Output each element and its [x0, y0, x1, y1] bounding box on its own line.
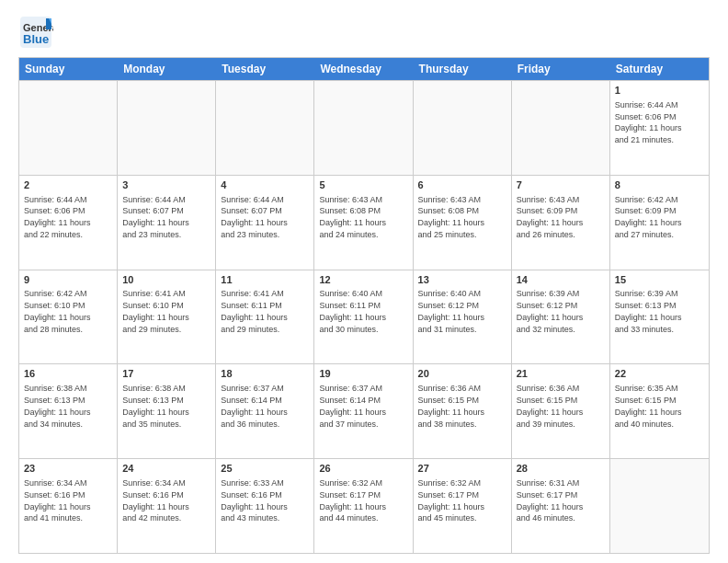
calendar-row: 2Sunrise: 6:44 AM Sunset: 6:06 PM Daylig… [19, 175, 709, 270]
day-number: 2 [24, 178, 112, 192]
calendar: SundayMondayTuesdayWednesdayThursdayFrid… [18, 57, 710, 554]
day-info: Sunrise: 6:32 AM Sunset: 6:17 PM Dayligh… [319, 478, 386, 523]
day-info: Sunrise: 6:44 AM Sunset: 6:07 PM Dayligh… [122, 195, 189, 239]
day-info: Sunrise: 6:41 AM Sunset: 6:10 PM Dayligh… [122, 289, 189, 333]
calendar-body: 1Sunrise: 6:44 AM Sunset: 6:06 PM Daylig… [19, 80, 709, 553]
day-info: Sunrise: 6:37 AM Sunset: 6:14 PM Dayligh… [221, 384, 288, 428]
calendar-cell: 20Sunrise: 6:36 AM Sunset: 6:15 PM Dayli… [414, 364, 512, 458]
calendar-cell: 21Sunrise: 6:36 AM Sunset: 6:15 PM Dayli… [512, 364, 610, 458]
day-number: 23 [24, 462, 112, 476]
day-number: 12 [319, 273, 407, 287]
day-info: Sunrise: 6:44 AM Sunset: 6:06 PM Dayligh… [615, 100, 682, 144]
calendar-cell [610, 459, 709, 553]
day-number: 17 [122, 367, 210, 381]
calendar-cell: 26Sunrise: 6:32 AM Sunset: 6:17 PM Dayli… [314, 459, 413, 553]
day-info: Sunrise: 6:37 AM Sunset: 6:14 PM Dayligh… [319, 384, 386, 428]
calendar-cell [512, 81, 610, 175]
day-info: Sunrise: 6:36 AM Sunset: 6:15 PM Dayligh… [418, 384, 485, 428]
day-info: Sunrise: 6:41 AM Sunset: 6:11 PM Dayligh… [221, 289, 288, 333]
day-info: Sunrise: 6:32 AM Sunset: 6:17 PM Dayligh… [418, 478, 485, 523]
calendar-cell [314, 81, 413, 175]
day-number: 4 [221, 178, 309, 192]
calendar-cell: 24Sunrise: 6:34 AM Sunset: 6:16 PM Dayli… [118, 459, 216, 553]
calendar-cell: 3Sunrise: 6:44 AM Sunset: 6:07 PM Daylig… [118, 176, 216, 270]
day-number: 10 [122, 273, 210, 287]
calendar-cell [414, 81, 512, 175]
logo: General Blue [18, 15, 53, 50]
calendar-cell: 5Sunrise: 6:43 AM Sunset: 6:08 PM Daylig… [314, 176, 413, 270]
day-info: Sunrise: 6:42 AM Sunset: 6:10 PM Dayligh… [24, 289, 91, 333]
calendar-cell: 18Sunrise: 6:37 AM Sunset: 6:14 PM Dayli… [216, 364, 314, 458]
page: General Blue SundayMondayTuesdayWednesda… [0, 0, 728, 563]
calendar-row: 23Sunrise: 6:34 AM Sunset: 6:16 PM Dayli… [19, 458, 709, 553]
day-number: 26 [319, 462, 407, 476]
day-number: 20 [418, 367, 506, 381]
weekday-header: Monday [118, 58, 216, 80]
day-info: Sunrise: 6:31 AM Sunset: 6:17 PM Dayligh… [517, 478, 584, 523]
day-info: Sunrise: 6:42 AM Sunset: 6:09 PM Dayligh… [615, 195, 682, 239]
day-info: Sunrise: 6:38 AM Sunset: 6:13 PM Dayligh… [24, 384, 91, 428]
calendar-cell [216, 81, 314, 175]
calendar-cell: 2Sunrise: 6:44 AM Sunset: 6:06 PM Daylig… [19, 176, 118, 270]
day-info: Sunrise: 6:35 AM Sunset: 6:15 PM Dayligh… [615, 384, 682, 428]
calendar-cell: 16Sunrise: 6:38 AM Sunset: 6:13 PM Dayli… [19, 364, 118, 458]
day-number: 13 [418, 273, 506, 287]
day-info: Sunrise: 6:34 AM Sunset: 6:16 PM Dayligh… [24, 478, 91, 523]
day-info: Sunrise: 6:39 AM Sunset: 6:12 PM Dayligh… [517, 289, 584, 333]
day-info: Sunrise: 6:40 AM Sunset: 6:12 PM Dayligh… [418, 289, 485, 333]
logo-icon: General Blue [18, 15, 53, 50]
calendar-cell: 10Sunrise: 6:41 AM Sunset: 6:10 PM Dayli… [118, 270, 216, 364]
calendar-cell: 25Sunrise: 6:33 AM Sunset: 6:16 PM Dayli… [216, 459, 314, 553]
day-number: 25 [221, 462, 309, 476]
calendar-cell: 6Sunrise: 6:43 AM Sunset: 6:08 PM Daylig… [414, 176, 512, 270]
day-info: Sunrise: 6:43 AM Sunset: 6:09 PM Dayligh… [517, 195, 584, 239]
calendar-cell: 7Sunrise: 6:43 AM Sunset: 6:09 PM Daylig… [512, 176, 610, 270]
weekday-header: Saturday [610, 58, 709, 80]
day-number: 1 [615, 84, 704, 98]
weekday-header: Friday [512, 58, 610, 80]
day-info: Sunrise: 6:43 AM Sunset: 6:08 PM Dayligh… [319, 195, 386, 239]
day-number: 3 [122, 178, 210, 192]
day-info: Sunrise: 6:33 AM Sunset: 6:16 PM Dayligh… [221, 478, 288, 523]
calendar-cell: 8Sunrise: 6:42 AM Sunset: 6:09 PM Daylig… [610, 176, 709, 270]
day-info: Sunrise: 6:44 AM Sunset: 6:07 PM Dayligh… [221, 195, 288, 239]
weekday-header: Tuesday [216, 58, 314, 80]
calendar-cell: 4Sunrise: 6:44 AM Sunset: 6:07 PM Daylig… [216, 176, 314, 270]
calendar-cell: 11Sunrise: 6:41 AM Sunset: 6:11 PM Dayli… [216, 270, 314, 364]
day-info: Sunrise: 6:39 AM Sunset: 6:13 PM Dayligh… [615, 289, 682, 333]
day-number: 21 [517, 367, 605, 381]
day-info: Sunrise: 6:43 AM Sunset: 6:08 PM Dayligh… [418, 195, 485, 239]
calendar-cell: 14Sunrise: 6:39 AM Sunset: 6:12 PM Dayli… [512, 270, 610, 364]
day-number: 15 [615, 273, 704, 287]
calendar-cell: 22Sunrise: 6:35 AM Sunset: 6:15 PM Dayli… [610, 364, 709, 458]
calendar-cell: 19Sunrise: 6:37 AM Sunset: 6:14 PM Dayli… [314, 364, 413, 458]
day-info: Sunrise: 6:36 AM Sunset: 6:15 PM Dayligh… [517, 384, 584, 428]
calendar-row: 16Sunrise: 6:38 AM Sunset: 6:13 PM Dayli… [19, 363, 709, 458]
day-number: 16 [24, 367, 112, 381]
calendar-cell: 12Sunrise: 6:40 AM Sunset: 6:11 PM Dayli… [314, 270, 413, 364]
header: General Blue [18, 15, 710, 50]
weekday-header: Sunday [19, 58, 118, 80]
calendar-cell [118, 81, 216, 175]
day-info: Sunrise: 6:38 AM Sunset: 6:13 PM Dayligh… [122, 384, 189, 428]
day-info: Sunrise: 6:34 AM Sunset: 6:16 PM Dayligh… [122, 478, 189, 523]
calendar-cell: 23Sunrise: 6:34 AM Sunset: 6:16 PM Dayli… [19, 459, 118, 553]
day-number: 14 [517, 273, 605, 287]
svg-text:Blue: Blue [23, 32, 49, 46]
calendar-cell [19, 81, 118, 175]
calendar-cell: 9Sunrise: 6:42 AM Sunset: 6:10 PM Daylig… [19, 270, 118, 364]
day-number: 22 [615, 367, 704, 381]
weekday-header: Thursday [414, 58, 512, 80]
day-number: 19 [319, 367, 407, 381]
calendar-cell: 27Sunrise: 6:32 AM Sunset: 6:17 PM Dayli… [414, 459, 512, 553]
calendar-row: 1Sunrise: 6:44 AM Sunset: 6:06 PM Daylig… [19, 80, 709, 175]
calendar-cell: 1Sunrise: 6:44 AM Sunset: 6:06 PM Daylig… [610, 81, 709, 175]
day-info: Sunrise: 6:40 AM Sunset: 6:11 PM Dayligh… [319, 289, 386, 333]
day-number: 24 [122, 462, 210, 476]
calendar-cell: 15Sunrise: 6:39 AM Sunset: 6:13 PM Dayli… [610, 270, 709, 364]
calendar-row: 9Sunrise: 6:42 AM Sunset: 6:10 PM Daylig… [19, 270, 709, 364]
day-number: 27 [418, 462, 506, 476]
day-number: 11 [221, 273, 309, 287]
calendar-header: SundayMondayTuesdayWednesdayThursdayFrid… [19, 58, 709, 80]
day-number: 18 [221, 367, 309, 381]
